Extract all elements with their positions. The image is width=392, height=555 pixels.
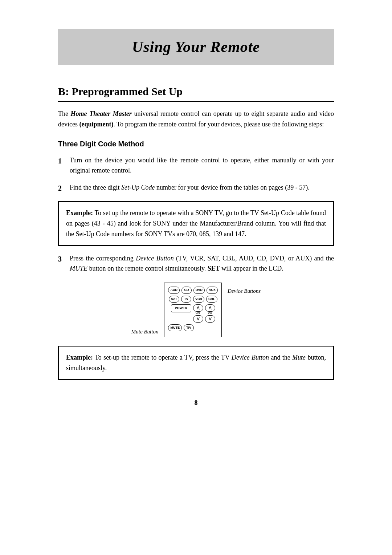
tv-device-button[interactable]: TV: [181, 296, 191, 303]
page-number: 8: [58, 398, 334, 408]
vol-down-button[interactable]: ⋁: [193, 315, 203, 323]
remote-diagram: Mute Button AUD CD DVD AUX SAT TV VCR CB…: [58, 283, 334, 337]
step-1: 1 Turn on the device you would like the …: [58, 155, 334, 176]
power-button[interactable]: POWER: [171, 304, 191, 312]
aud-button[interactable]: AUD: [168, 287, 180, 294]
step-3-list: 3 Press the corresponding Device Button …: [58, 253, 334, 274]
vol-label: VOL: [196, 312, 201, 316]
vol-up-button[interactable]: ⋀: [193, 304, 203, 312]
dvd-button[interactable]: DVD: [193, 287, 205, 294]
example1-bold: Example:: [66, 209, 93, 216]
mute-button-label: Mute Button: [131, 328, 159, 337]
example-box-1: Example: To set up the remote to operate…: [58, 201, 334, 246]
vcr-button[interactable]: VCR: [193, 296, 204, 303]
power-vol-ch-row: POWER ⋀ VOL ⋁ ⋀ CH ⋁: [168, 304, 218, 323]
mute-tv-row: MUTE T/V: [168, 324, 218, 332]
intro-paragraph: The Home Theater Master universal remote…: [58, 109, 334, 130]
page-container: Using Your Remote B: Preprogrammed Set U…: [58, 29, 334, 408]
ch-label: CH: [208, 312, 212, 316]
device-buttons-label: Device Buttons: [228, 285, 261, 295]
step-1-text: Turn on the device you would like the re…: [70, 155, 334, 176]
step-2-number: 2: [58, 182, 68, 194]
ch-up-button[interactable]: ⋀: [205, 304, 215, 312]
device-row-1: AUD CD DVD AUX: [168, 287, 218, 294]
example-box-2: Example: To set-up the remote to operate…: [58, 346, 334, 380]
subsection-title: Three Digit Code Method: [58, 138, 334, 149]
cbl-button[interactable]: CBL: [206, 296, 217, 303]
ch-group: ⋀ CH ⋁: [205, 304, 215, 323]
remote-buttons: AUD CD DVD AUX SAT TV VCR CBL POWER ⋀ VO…: [164, 283, 222, 337]
step-3-text: Press the corresponding Device Button (T…: [70, 253, 334, 274]
tv-button[interactable]: T/V: [184, 324, 194, 332]
example2-text: To set-up the remote to operate a TV, pr…: [66, 354, 326, 372]
cd-button[interactable]: CD: [181, 287, 192, 294]
example2-bold: Example:: [66, 354, 93, 361]
step-3: 3 Press the corresponding Device Button …: [58, 253, 334, 274]
step-1-number: 1: [58, 155, 68, 167]
aux-button[interactable]: AUX: [207, 287, 218, 294]
device-row-2: SAT TV VCR CBL: [168, 296, 218, 303]
section-heading: B: Preprogrammed Set Up: [58, 83, 334, 102]
mute-button[interactable]: MUTE: [168, 324, 182, 332]
page-title: Using Your Remote: [73, 36, 319, 58]
step-2: 2 Find the three digit Set-Up Code numbe…: [58, 182, 334, 194]
step-2-text: Find the three digit Set-Up Code number …: [70, 182, 310, 193]
sat-button[interactable]: SAT: [169, 296, 179, 303]
steps-list: 1 Turn on the device you would like the …: [58, 155, 334, 194]
vol-group: ⋀ VOL ⋁: [193, 304, 203, 323]
title-banner: Using Your Remote: [58, 29, 334, 65]
step-3-number: 3: [58, 253, 68, 265]
example1-text: To set up the remote to operate with a S…: [66, 209, 326, 238]
ch-down-button[interactable]: ⋁: [205, 315, 215, 323]
